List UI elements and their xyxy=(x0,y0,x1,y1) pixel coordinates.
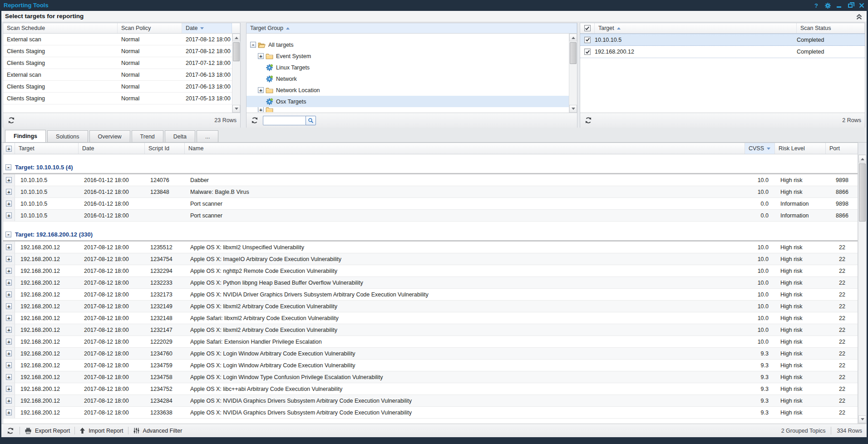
scrollbar-thumb[interactable] xyxy=(859,163,866,222)
column-header-target-group[interactable]: Target Group xyxy=(247,23,577,33)
finding-row[interactable]: +192.168.200.122017-08-12 18:001234758Ap… xyxy=(3,371,858,383)
export-report-button[interactable]: Export Report xyxy=(25,427,70,434)
collapse-section-icon[interactable] xyxy=(856,13,863,20)
finding-row[interactable]: +192.168.200.122017-08-12 18:001234752Ap… xyxy=(3,383,858,395)
expand-icon[interactable]: + xyxy=(6,374,12,380)
tree-item-partial[interactable]: + xyxy=(247,107,577,112)
column-header-name[interactable]: Name xyxy=(185,143,745,154)
expand-icon[interactable]: + xyxy=(6,291,12,297)
tree-item-network[interactable]: +Network xyxy=(247,73,577,84)
target-row[interactable]: 192.168.200.12Completed xyxy=(580,46,865,58)
select-all-checkbox-cell[interactable] xyxy=(580,23,595,33)
refresh-icon[interactable] xyxy=(7,116,16,125)
column-header-script-id[interactable]: Script Id xyxy=(145,143,185,154)
column-header-target[interactable]: Target xyxy=(595,23,797,33)
column-header-scan-policy[interactable]: Scan Policy xyxy=(118,23,182,33)
restore-icon[interactable] xyxy=(847,2,854,9)
scrollbar-thumb[interactable] xyxy=(233,42,240,61)
column-header-target[interactable]: Target xyxy=(15,143,79,154)
expand-icon[interactable]: + xyxy=(6,339,12,345)
tree-item-linux-targets[interactable]: +Linux Targets xyxy=(247,62,577,73)
tree-item-osx-targets[interactable]: +Osx Targets xyxy=(247,96,577,107)
column-header-cvss[interactable]: CVSS xyxy=(745,143,775,154)
finding-row[interactable]: +192.168.200.122017-08-12 18:001234754Ap… xyxy=(3,253,858,265)
expand-icon[interactable]: + xyxy=(6,362,12,368)
scrollbar-thumb[interactable] xyxy=(570,42,577,64)
expand-icon[interactable]: + xyxy=(6,256,12,262)
tab-findings[interactable]: Findings xyxy=(5,130,46,142)
expand-icon[interactable]: + xyxy=(6,327,12,333)
finding-row[interactable]: +192.168.200.122017-08-12 18:001232294Ap… xyxy=(3,265,858,277)
tree-item-all-targets[interactable]: -All targets xyxy=(247,39,577,50)
column-header-risk-level[interactable]: Risk Level xyxy=(775,143,826,154)
finding-row[interactable]: +10.10.10.52016-01-12 18:00123848Malware… xyxy=(3,186,858,198)
scan-schedule-scrollbar[interactable] xyxy=(232,34,240,113)
collapse-icon[interactable]: - xyxy=(250,42,256,48)
expand-icon[interactable]: + xyxy=(6,189,12,195)
checkbox[interactable] xyxy=(584,37,591,43)
schedule-row[interactable]: External scanNormal2017-06-13 18:00 xyxy=(3,69,240,81)
target-row[interactable]: 10.10.10.5Completed xyxy=(580,34,865,46)
column-header-port[interactable]: Port xyxy=(826,143,858,154)
finding-row[interactable]: +192.168.200.122017-08-12 18:001232147Ap… xyxy=(3,324,858,336)
schedule-row[interactable]: Clients StagingNormal2017-08-12 18:00 xyxy=(3,45,240,57)
column-header-date[interactable]: Date xyxy=(79,143,145,154)
expand-icon[interactable]: + xyxy=(6,303,12,309)
schedule-row[interactable]: Clients StagingNormal2017-06-13 18:00 xyxy=(3,81,240,93)
group-header[interactable]: -Target: 192.168.200.12 (330) xyxy=(3,229,858,242)
expand-icon[interactable]: + xyxy=(6,398,12,404)
tab-delta[interactable]: Delta xyxy=(165,130,195,142)
scroll-up-icon[interactable] xyxy=(569,34,577,41)
tree-item-network-location[interactable]: +Network Location xyxy=(247,84,577,96)
finding-row[interactable]: +192.168.200.122017-08-12 18:001235512Ap… xyxy=(3,242,858,253)
expand-icon[interactable]: + xyxy=(6,350,12,356)
finding-row[interactable]: +192.168.200.122017-08-12 18:001234760Ap… xyxy=(3,348,858,360)
import-report-button[interactable]: Import Report xyxy=(79,427,123,434)
tab-[interactable]: ... xyxy=(197,130,218,142)
search-input[interactable] xyxy=(263,116,306,125)
schedule-row[interactable]: External scanNormal2017-08-12 18:00 xyxy=(3,34,240,45)
finding-row[interactable]: +192.168.200.122017-08-12 18:001232233Ap… xyxy=(3,277,858,289)
refresh-icon[interactable] xyxy=(584,116,593,125)
column-header-scan-status[interactable]: Scan Status xyxy=(797,23,865,33)
collapse-icon[interactable]: - xyxy=(5,232,11,237)
finding-row[interactable]: +10.10.10.52016-01-12 18:00Port scanner0… xyxy=(3,198,858,210)
expand-icon[interactable]: + xyxy=(258,107,264,112)
help-icon[interactable]: ? xyxy=(813,2,820,9)
scroll-down-icon[interactable] xyxy=(858,415,866,423)
expand-icon[interactable]: + xyxy=(6,201,12,207)
expand-all-cell[interactable]: + xyxy=(3,143,15,154)
tree-item-event-system[interactable]: +Event System xyxy=(247,50,577,62)
findings-scrollbar[interactable] xyxy=(858,154,866,424)
group-header[interactable]: -Target: 10.10.10.5 (4) xyxy=(3,162,858,174)
checkbox[interactable] xyxy=(584,25,591,31)
expand-icon[interactable]: + xyxy=(6,244,12,250)
expand-icon[interactable]: + xyxy=(6,177,12,183)
tab-overview[interactable]: Overview xyxy=(89,130,130,142)
schedule-row[interactable]: Clients StagingNormal2017-07-12 18:00 xyxy=(3,57,240,69)
schedule-row[interactable]: Clients StagingNormal2017-05-13 18:00 xyxy=(3,93,240,104)
refresh-icon[interactable] xyxy=(250,116,259,125)
tab-trend[interactable]: Trend xyxy=(132,130,163,142)
expand-icon[interactable]: + xyxy=(6,212,12,218)
close-icon[interactable] xyxy=(858,2,865,9)
expand-icon[interactable]: + xyxy=(6,386,12,392)
column-header-scan-schedule[interactable]: Scan Schedule xyxy=(3,23,118,33)
scroll-down-icon[interactable] xyxy=(569,105,577,113)
scroll-up-icon[interactable] xyxy=(858,155,866,163)
expand-icon[interactable]: + xyxy=(258,53,264,59)
checkbox[interactable] xyxy=(584,49,591,55)
refresh-icon[interactable] xyxy=(6,426,15,435)
finding-row[interactable]: +192.168.200.122017-08-12 18:001234759Ap… xyxy=(3,360,858,371)
column-header-date[interactable]: Date xyxy=(182,23,232,33)
finding-row[interactable]: +192.168.200.122017-08-12 18:001232173Ap… xyxy=(3,289,858,301)
expand-icon[interactable]: + xyxy=(6,409,12,415)
finding-row[interactable]: +192.168.200.122017-08-12 18:001232148Ap… xyxy=(3,312,858,324)
finding-row[interactable]: +10.10.10.52016-01-12 18:00124076Dabber1… xyxy=(3,174,858,186)
finding-row[interactable]: +192.168.200.122017-08-12 18:001233638Ap… xyxy=(3,407,858,419)
expand-icon[interactable]: + xyxy=(6,315,12,321)
expand-icon[interactable]: + xyxy=(258,87,264,93)
scroll-down-icon[interactable] xyxy=(232,105,240,113)
gear-icon[interactable] xyxy=(824,2,831,9)
tree-scrollbar[interactable] xyxy=(569,34,577,113)
